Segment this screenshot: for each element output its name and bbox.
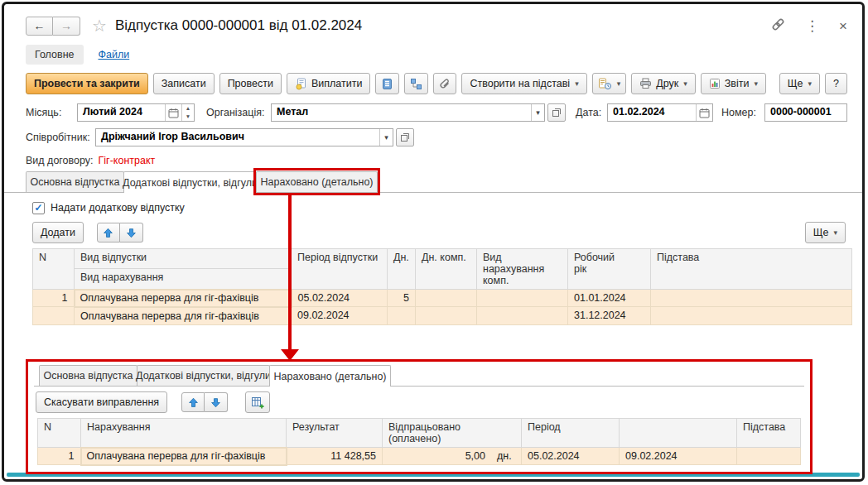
tab-accrued-detail[interactable]: Нараховано (детально) [269,365,391,387]
help-button[interactable]: ? [825,73,847,94]
tab-main-vacation[interactable]: Основна відпустка [26,171,124,192]
employee-field[interactable]: Дріжчаний Ігор Васильович ▾ [95,128,393,146]
col-header-basis[interactable]: Підстава [737,419,801,448]
col-header-accrual[interactable]: Нарахування [81,419,287,448]
month-field[interactable]: Лютий 2024 ▲ ▼ [77,103,195,122]
document-history-button[interactable]: ▾ [592,73,627,94]
pay-button[interactable]: Виплатити [287,73,370,94]
grant-additional-checkbox[interactable]: ✓ [32,202,45,214]
table-more-label: Ще [813,227,829,238]
col-header-basis[interactable]: Підстава [651,249,852,290]
tab-accrued-detail[interactable]: Нараховано (детально) [256,171,378,192]
date-calendar-button[interactable] [696,104,712,121]
tab-additional-vacations[interactable]: Додаткові відпустки, відгули [123,171,257,193]
cell-worked[interactable]: 5,00 дн. [383,448,522,465]
table-row[interactable]: Оплачувана перерва для гіг-фахівців 09.0… [33,307,852,325]
table-row[interactable]: 1 Оплачувана перерва для гіг-фахівців 05… [33,290,852,307]
col-header-work-year-label: Робочий рік [574,252,622,275]
cell-period-to[interactable]: 09.02.2024 [292,307,388,325]
move-down-button[interactable] [120,223,143,242]
more-menu-button[interactable]: ⋮ [805,19,819,33]
cell-row-number[interactable]: 1 [38,448,81,465]
cell-days-comp[interactable] [416,290,477,307]
number-field[interactable]: 0000-000001 [764,103,847,122]
print-button[interactable]: Друк ▾ [631,73,696,94]
nav-item-home[interactable]: Головне [26,45,84,65]
move-down-button[interactable] [205,392,228,412]
move-up-button[interactable] [97,223,120,242]
month-stepper[interactable]: ▲ ▼ [181,104,194,121]
table-more-button[interactable]: Ще ▾ [805,222,846,243]
cell-work-year-to[interactable]: 31.12.2024 [568,307,651,325]
tab-main-vacation[interactable]: Основна відпустка [39,365,137,386]
organization-open-button[interactable] [547,103,566,122]
col-header-work-year[interactable]: Робочий рік [568,249,651,290]
month-calendar-button[interactable] [165,104,181,121]
undo-corrections-button[interactable]: Скасувати виправлення [36,391,167,413]
col-header-period[interactable]: Період [522,419,620,448]
col-header-result[interactable]: Результат [287,419,383,448]
col-header-days-comp[interactable]: Дн. комп. [416,249,477,290]
cell-period-to[interactable]: 09.02.2024 [620,448,737,465]
dropdown-caret-icon: ▾ [754,79,758,88]
accrued-table: N Нарахування Результат Відпрацьовано (о… [37,418,801,466]
structure-button[interactable] [404,73,428,94]
table-row[interactable]: 1 Оплачувана перерва для гіг-фахівців 11… [38,448,801,465]
cell-accrual-comp[interactable] [477,290,568,307]
tab-additional-vacations[interactable]: Додаткові відпустки, відгули [137,365,270,386]
col-header-vacation-kind[interactable]: Вид відпустки [75,249,292,269]
close-button[interactable]: × [839,19,847,33]
cell-accrual[interactable]: Оплачувана перерва для гіг-фахівців [81,448,287,465]
cell-period-from[interactable]: 05.02.2024 [522,448,620,465]
back-button[interactable]: ← [26,17,53,36]
attachments-button[interactable] [433,73,456,94]
reports-button[interactable]: Звіти ▾ [701,73,766,94]
post-and-close-button[interactable]: Провести та закрити [26,73,148,94]
create-on-basis-button[interactable]: Створити на підставі ▾ [461,73,586,94]
move-up-button[interactable] [181,392,205,412]
spin-down-icon[interactable]: ▼ [182,113,194,121]
col-header-accrual-kind[interactable]: Вид нарахування [75,269,292,290]
organization-field[interactable]: Метал ▾ [271,103,545,122]
cell-work-year-from[interactable]: 01.01.2024 [568,290,651,307]
col-header-period-end[interactable] [620,419,737,448]
forward-icon: → [60,19,72,32]
post-button[interactable]: Провести [219,73,282,94]
cell-result[interactable]: 11 428,55 [287,448,383,465]
more-button[interactable]: Ще ▾ [779,73,820,94]
cell-row-number[interactable] [33,307,75,325]
col-header-accrual-comp[interactable]: Вид нарахування комп. [477,249,568,290]
calendar-icon [168,108,179,118]
cell-basis[interactable] [651,307,852,325]
col-header-worked[interactable]: Відпрацьовано (оплачено) [383,419,522,448]
favorite-star-icon[interactable]: ☆ [92,17,107,34]
nav-item-files[interactable]: Файли [99,49,130,60]
spin-up-icon[interactable]: ▲ [182,104,194,113]
cell-basis[interactable] [651,290,852,307]
cell-period-from[interactable]: 05.02.2024 [292,290,388,307]
cell-row-number[interactable]: 1 [33,290,75,307]
col-header-days[interactable]: Дн. [388,249,416,290]
forward-button[interactable]: → [53,17,80,36]
contract-type-label: Вид договору: [26,155,94,166]
journal-button[interactable] [375,73,399,94]
add-row-button[interactable]: Додати [32,222,84,243]
cell-days-comp[interactable] [416,307,477,325]
cell-days[interactable]: 5 [388,290,416,307]
col-header-period[interactable]: Період відпустки [292,249,388,290]
save-button[interactable]: Записати [153,73,215,94]
more-label: Ще [788,78,803,89]
cell-basis[interactable] [737,448,801,465]
col-header-n[interactable]: N [33,249,75,290]
cell-accrual-comp[interactable] [477,307,568,325]
cell-vacation-kind[interactable]: Оплачувана перерва для гіг-фахівців [75,290,292,307]
add-column-button[interactable] [245,391,270,413]
employee-open-button[interactable] [396,128,414,146]
date-field[interactable]: 01.02.2024 [607,103,713,122]
col-header-n[interactable]: N [38,419,81,448]
cell-accrual-kind[interactable]: Оплачувана перерва для гіг-фахівців [75,307,292,325]
get-link-button[interactable] [771,17,785,34]
cell-days[interactable] [388,307,416,325]
organization-dropdown[interactable]: ▾ [531,104,544,121]
employee-dropdown[interactable]: ▾ [379,129,393,146]
